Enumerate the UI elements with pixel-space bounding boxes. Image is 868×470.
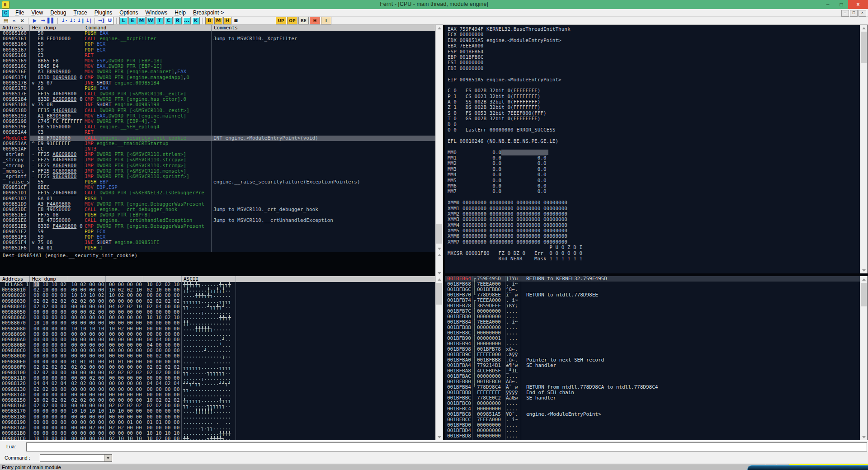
up-button[interactable]: UP xyxy=(276,17,286,24)
lua-input[interactable] xyxy=(26,442,867,451)
background-window-edge[interactable] xyxy=(747,465,868,470)
dump-row[interactable]: 0098801002 10 00 0000 00 00 0010 02 02 1… xyxy=(0,287,435,293)
memory-map-button[interactable]: M xyxy=(214,17,222,24)
dump-row[interactable]: 0098815010 02 02 0202 02 00 0000 00 00 0… xyxy=(0,398,435,403)
disasm-row[interactable]: 0098517D 50PUSH EAX xyxy=(0,86,435,91)
dump-row[interactable]: 0098809000 00 00 0000 00 00 0000 00 00 0… xyxy=(0,332,435,337)
disasm-row[interactable]: _strlen- FF25 A8609800JMP DWORD PTR [<&M… xyxy=(0,152,435,157)
disasm-row[interactable]: 009851DE E8 49050000CALL engine.__crt_de… xyxy=(0,207,435,212)
dump-row[interactable]: 0098802000 00 00 0010 10 10 0210 02 00 0… xyxy=(0,293,435,298)
step-over-button[interactable]: ↓: xyxy=(69,17,76,24)
dump-row[interactable]: 009880A000 00 00 0000 00 00 0000 00 00 0… xyxy=(0,337,435,343)
disasm-row[interactable]: <ModuleE E8 F7020000CALL engine.__securi… xyxy=(0,136,435,141)
threads-button[interactable]: T xyxy=(156,17,164,24)
dump-row[interactable]: 009880C000 00 00 0000 00 00 0400 00 00 0… xyxy=(0,348,435,353)
disasm-row[interactable]: 009851AA^ E9 91FEFFFFJMP engine.__tmainC… xyxy=(0,141,435,146)
mdi-minimize-button[interactable]: – xyxy=(841,10,849,17)
dump-row[interactable]: 0098806000 00 00 0000 00 00 0000 00 00 0… xyxy=(0,315,435,320)
dump-row[interactable]: 0098807010 10 00 0000 00 00 0000 00 00 0… xyxy=(0,320,435,326)
disasm-row[interactable]: 009851F4v 75 08JNE SHORT engine.009851FE xyxy=(0,240,435,245)
menu-item-help[interactable]: Help xyxy=(171,9,189,17)
disasm-row[interactable]: 009851F2 59POP ECX xyxy=(0,229,435,235)
re-button[interactable]: RE xyxy=(298,17,309,24)
handles-button[interactable]: H xyxy=(223,17,231,24)
stack-pane[interactable]: 001BFB64┌759F495D]IŸuRETURN to KERNEL32.… xyxy=(445,276,860,440)
disasm-row[interactable]: 009851D1 FF15 20609800CALL DWORD PTR [<&… xyxy=(0,190,435,196)
disasm-row[interactable]: 0098517Bv 75 07JNE SHORT engine.00985184 xyxy=(0,80,435,86)
command-combobox[interactable] xyxy=(40,454,112,462)
dump-row[interactable]: 009881B000 00 00 0000 00 00 0000 00 00 0… xyxy=(0,431,435,436)
disasm-row[interactable]: _strcmp- FF25 A0609800JMP DWORD PTR [<&M… xyxy=(0,163,435,169)
restore-button[interactable]: □ xyxy=(835,0,848,9)
cpu-menu-icon[interactable]: C xyxy=(2,10,9,17)
disasm-row[interactable]: 009851E6 E8 47050000CALL engine.___crtUn… xyxy=(0,218,435,223)
dump-row[interactable]: 0098818000 00 00 0000 00 00 0000 00 00 0… xyxy=(0,414,435,420)
more-windows-button[interactable]: ... xyxy=(183,17,191,24)
disasm-row[interactable]: 00985169 8B65 E8MOV ESP,DWORD PTR [EBP-1… xyxy=(0,58,435,64)
open-file-button[interactable]: ▤ xyxy=(2,17,9,24)
rewind-button[interactable]: « xyxy=(10,17,18,24)
dump-row[interactable]: 0098817000 00 00 0010 10 10 1010 10 00 0… xyxy=(0,409,435,414)
op-button[interactable]: OP xyxy=(287,17,297,24)
dump-row[interactable]: 009881C010 10 00 0000 00 00 0002 10 10 1… xyxy=(0,436,435,440)
registers-pane[interactable]: EAX 759F494F KERNEL32.BaseThreadInitThun… xyxy=(445,25,860,273)
stack-row[interactable]: 001BFBD800000000.... xyxy=(445,433,860,439)
dump-row[interactable]: 009880B000 00 00 0000 00 00 0000 00 00 0… xyxy=(0,343,435,348)
menu-item-windows[interactable]: Windows xyxy=(142,9,171,17)
disasm-row[interactable]: 009851E3 FF75 08PUSH DWORD PTR [EBP+8] xyxy=(0,212,435,218)
dump-row[interactable]: 009880E000 00 00 0001 01 01 0001 01 00 0… xyxy=(0,359,435,365)
menu-item-breakpoint[interactable]: Breakpoint-> xyxy=(189,9,227,17)
dump-row[interactable]: 0098803002 02 02 0202 02 00 0000 00 00 0… xyxy=(0,299,435,304)
disasm-row[interactable]: _sprintf- FF25 98609800JMP DWORD PTR [<&… xyxy=(0,174,435,179)
disasm-row[interactable]: _memset- FF25 9C609800JMP DWORD PTR [<&M… xyxy=(0,169,435,174)
disassembly-pane[interactable]: AddressHex dumpCommandComments 00985160 … xyxy=(0,25,435,252)
cpu-button[interactable]: C xyxy=(165,17,173,24)
disasm-row[interactable]: 00985168 C3RET xyxy=(0,53,435,58)
executables-button[interactable]: E xyxy=(128,17,137,24)
dump-row[interactable]: 009881A000 00 00 0000 00 02 0002 02 00 0… xyxy=(0,425,435,431)
disasm-row[interactable]: 009851D7 6A 01PUSH 1 xyxy=(0,196,435,202)
disasm-row[interactable]: 00985167 59POP ECX xyxy=(0,47,435,53)
close-button[interactable]: × xyxy=(848,0,868,9)
chevron-down-icon[interactable] xyxy=(104,455,112,461)
disasm-row[interactable]: 009851F3 59POP ECX xyxy=(0,235,435,240)
dump-row[interactable]: 0098813002 02 00 0000 00 00 0000 00 00 0… xyxy=(0,387,435,392)
disasm-row[interactable]: 0098519F E8 51050000CALL engine.__SEH_ep… xyxy=(0,124,435,130)
u-button[interactable]: U xyxy=(106,17,114,24)
memory-button[interactable]: M xyxy=(137,17,146,24)
disasm-row[interactable]: 009851D9 A3 F4A09800MOV DWORD PTR [engin… xyxy=(0,202,435,207)
dump-row[interactable]: 009880F002 02 02 0202 02 00 0000 00 00 0… xyxy=(0,365,435,370)
watch-button[interactable]: W xyxy=(146,17,155,24)
disasm-row[interactable]: 00985166 59POP ECX xyxy=(0,42,435,47)
menu-item-plugins[interactable]: Plugins xyxy=(91,9,116,17)
execute-till-return-button[interactable]: →] xyxy=(98,17,105,24)
hex-dump-scrollbar[interactable] xyxy=(435,276,443,440)
disasm-row[interactable]: 0098518D FF15 44609800CALL DWORD PTR [<&… xyxy=(0,108,435,113)
dump-row[interactable]: 0098814000 00 00 0000 00 00 0000 00 00 0… xyxy=(0,392,435,398)
disassembly-scrollbar[interactable] xyxy=(435,25,443,252)
dump-row[interactable]: 0098810002 02 00 0000 00 00 0002 02 02 0… xyxy=(0,370,435,376)
hex-dump-pane[interactable]: AddressHex dumpASCII _EFLAGS_110 10 10 0… xyxy=(0,276,435,440)
menu-item-trace[interactable]: Trace xyxy=(70,9,91,17)
registers-scrollbar[interactable] xyxy=(860,25,868,273)
disasm-row[interactable]: 00985161 E8 EE010000CALL engine.__XcptFi… xyxy=(0,36,435,42)
step-into-button[interactable]: ↓· xyxy=(61,17,68,24)
menu-item-view[interactable]: View xyxy=(28,9,47,17)
menu-item-file[interactable]: File xyxy=(12,9,28,17)
animate-into-button[interactable]: ↓‖ xyxy=(77,17,84,24)
stack-button[interactable]: K xyxy=(192,17,200,24)
run-button[interactable]: ▶ xyxy=(31,17,38,24)
disasm-row[interactable]: 009851A4 C3RET xyxy=(0,130,435,135)
disasm-row[interactable]: 0098517E FF15 40609800CALL DWORD PTR [<&… xyxy=(0,91,435,97)
info-scrollbar[interactable] xyxy=(435,252,443,276)
stack-scrollbar[interactable] xyxy=(860,276,868,440)
menu-item-debug[interactable]: Debug xyxy=(47,9,70,17)
disasm-row[interactable]: 00985160 50PUSH EAX xyxy=(0,31,435,36)
windows-list-button[interactable]: ≡ xyxy=(232,17,240,24)
references-button[interactable]: R xyxy=(174,17,182,24)
dump-row[interactable]: 0098811000 00 00 0000 00 02 0000 00 00 0… xyxy=(0,376,435,381)
disasm-row[interactable]: _strcpy- FF25 A4609800JMP DWORD PTR [<&M… xyxy=(0,157,435,163)
pause-button[interactable]: ▌▌ xyxy=(47,17,55,24)
disasm-row[interactable]: 009851CF 8BECMOV EBP,ESP xyxy=(0,185,435,190)
disasm-row[interactable]: __raise_s 55PUSH EBPengine.__raise_secur… xyxy=(0,179,435,185)
